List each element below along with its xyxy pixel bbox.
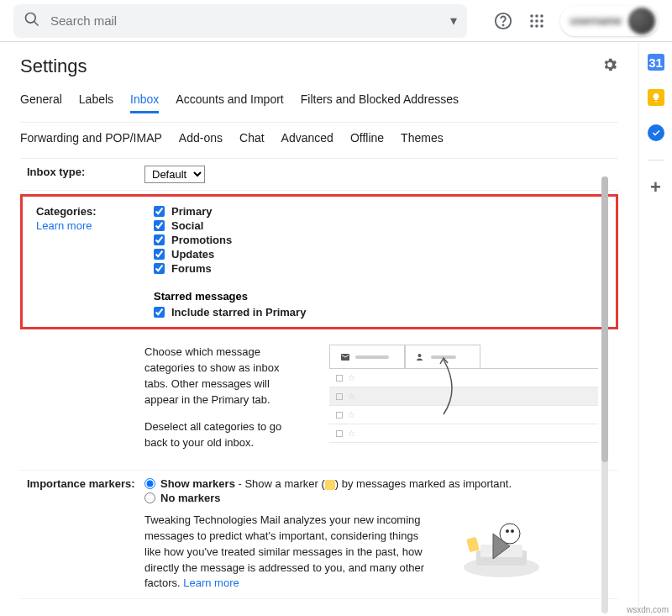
search-input[interactable] — [50, 13, 450, 28]
tab-forwarding[interactable]: Forwarding and POP/IMAP — [20, 131, 162, 150]
categories-description: Choose which message categories to show … — [144, 345, 304, 463]
checkbox-include-starred[interactable] — [154, 307, 165, 318]
svg-point-10 — [530, 24, 533, 28]
inbox-type-label: Inbox type: — [27, 166, 144, 178]
arrow-curve-icon — [435, 355, 477, 423]
tab-general[interactable]: General — [20, 92, 62, 113]
settings-tabs-row-1: General Labels Inbox Accounts and Import… — [20, 84, 618, 123]
tab-filters[interactable]: Filters and Blocked Addresses — [301, 92, 459, 113]
attribution-text: wsxdn.com — [627, 605, 669, 614]
settings-header: Settings — [20, 55, 618, 77]
scrollbar-thumb[interactable] — [601, 176, 608, 462]
categories-learn-more-link[interactable]: Learn more — [36, 219, 154, 232]
categories-label: Categories: Learn more — [36, 205, 154, 232]
checkbox-promotions[interactable] — [154, 234, 165, 245]
tab-accounts[interactable]: Accounts and Import — [176, 92, 283, 113]
svg-point-12 — [540, 24, 543, 28]
svg-point-3 — [502, 24, 503, 25]
account-chip[interactable]: username — [560, 6, 659, 36]
tab-addons[interactable]: Add-ons — [179, 131, 223, 150]
importance-description: Tweaking Technologies Mail analyzes your… — [144, 513, 430, 592]
svg-point-0 — [26, 13, 36, 23]
apps-grid-icon[interactable] — [527, 11, 547, 31]
svg-point-4 — [530, 14, 533, 18]
svg-line-1 — [34, 21, 39, 25]
settings-tabs-row-2: Forwarding and POP/IMAP Add-ons Chat Adv… — [20, 123, 618, 159]
category-promotions: Promotions — [154, 234, 609, 246]
svg-point-8 — [535, 19, 538, 23]
importance-learn-more-link[interactable]: Learn more — [183, 577, 239, 589]
search-options-dropdown-icon[interactable]: ▾ — [450, 13, 457, 29]
checkbox-social[interactable] — [154, 220, 165, 231]
app-header: ▾ username — [0, 0, 672, 42]
svg-point-7 — [530, 19, 533, 23]
markers-hide-option: No markers — [144, 492, 618, 504]
svg-point-9 — [540, 19, 543, 23]
svg-point-19 — [511, 529, 514, 533]
categories-highlight: Categories: Learn more Primary Social Pr… — [20, 194, 618, 329]
starred-include: Include starred in Primary — [154, 306, 609, 319]
scrollbar[interactable] — [601, 176, 608, 613]
categories-content: Primary Social Promotions Updates — [154, 205, 609, 320]
categories-description-row: Choose which message categories to show … — [20, 329, 618, 471]
svg-point-5 — [535, 14, 538, 18]
help-icon[interactable] — [493, 11, 513, 31]
page-title: Settings — [20, 55, 87, 77]
category-primary: Primary — [154, 205, 609, 218]
importance-markers-row: Importance markers: Show markers - Show … — [20, 471, 618, 599]
categories-illustration: ☆ ☆ ☆ ☆ — [329, 345, 598, 462]
search-icon — [24, 11, 40, 31]
checkbox-updates[interactable] — [154, 249, 165, 260]
tab-advanced[interactable]: Advanced — [281, 131, 333, 150]
checkbox-forums[interactable] — [154, 263, 165, 274]
radio-show-markers[interactable] — [144, 478, 155, 489]
tasks-icon[interactable] — [648, 124, 664, 141]
gear-icon[interactable] — [601, 56, 618, 76]
category-social: Social — [154, 219, 609, 232]
tab-inbox[interactable]: Inbox — [130, 92, 159, 113]
tab-offline[interactable]: Offline — [350, 131, 384, 150]
importance-marker-icon — [325, 480, 335, 490]
keep-icon[interactable] — [648, 89, 664, 106]
starred-heading: Starred messages — [154, 290, 609, 303]
inbox-type-select[interactable]: Default — [144, 166, 205, 183]
svg-point-6 — [540, 14, 543, 18]
illust-tab-social — [405, 345, 480, 368]
header-actions: username — [493, 6, 659, 36]
svg-point-18 — [506, 529, 509, 533]
tab-chat[interactable]: Chat — [239, 131, 265, 150]
importance-illustration — [447, 513, 556, 580]
account-name: username — [570, 14, 622, 27]
checkbox-primary[interactable] — [154, 206, 165, 217]
tab-themes[interactable]: Themes — [401, 131, 444, 150]
main-area: Settings General Labels Inbox Accounts a… — [0, 42, 672, 616]
svg-point-13 — [418, 354, 422, 357]
svg-rect-20 — [466, 537, 480, 553]
calendar-icon[interactable]: 31 — [648, 54, 664, 71]
radio-no-markers[interactable] — [144, 492, 155, 503]
illust-tab-primary — [329, 345, 405, 368]
settings-content: Settings General Labels Inbox Accounts a… — [0, 42, 638, 616]
inbox-type-row: Inbox type: Default — [20, 159, 618, 191]
importance-label: Importance markers: — [27, 477, 144, 490]
category-updates: Updates — [154, 248, 609, 261]
add-icon[interactable]: + — [648, 179, 664, 196]
markers-show-option: Show markers - Show a marker () by messa… — [144, 477, 618, 490]
avatar — [628, 8, 655, 34]
category-forums: Forums — [154, 262, 609, 275]
search-bar[interactable]: ▾ — [13, 4, 467, 38]
tab-labels[interactable]: Labels — [79, 92, 113, 113]
side-panel: 31 + — [638, 42, 672, 616]
svg-point-11 — [535, 24, 538, 28]
